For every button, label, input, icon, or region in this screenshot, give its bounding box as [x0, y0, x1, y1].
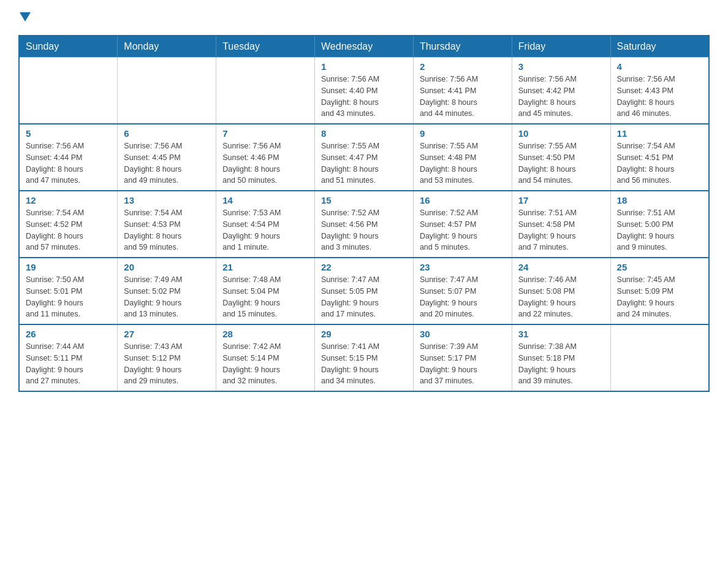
- calendar-cell: 31Sunrise: 7:38 AM Sunset: 5:18 PM Dayli…: [512, 324, 610, 391]
- day-info: Sunrise: 7:44 AM Sunset: 5:11 PM Dayligh…: [26, 341, 111, 387]
- calendar-week-row: 19Sunrise: 7:50 AM Sunset: 5:01 PM Dayli…: [19, 258, 709, 324]
- day-info: Sunrise: 7:41 AM Sunset: 5:15 PM Dayligh…: [321, 341, 407, 387]
- calendar-cell: [610, 324, 709, 391]
- day-number: 28: [222, 329, 308, 339]
- calendar-cell: 6Sunrise: 7:56 AM Sunset: 4:45 PM Daylig…: [118, 124, 216, 191]
- day-info: Sunrise: 7:52 AM Sunset: 4:56 PM Dayligh…: [321, 207, 407, 253]
- calendar-cell: 26Sunrise: 7:44 AM Sunset: 5:11 PM Dayli…: [19, 324, 118, 391]
- calendar-cell: 1Sunrise: 7:56 AM Sunset: 4:40 PM Daylig…: [315, 58, 414, 124]
- calendar-cell: 19Sunrise: 7:50 AM Sunset: 5:01 PM Dayli…: [19, 258, 118, 324]
- calendar-header-row: SundayMondayTuesdayWednesdayThursdayFrid…: [19, 36, 709, 58]
- day-number: 23: [420, 262, 506, 272]
- calendar-header-saturday: Saturday: [610, 36, 709, 58]
- day-number: 5: [26, 128, 111, 139]
- calendar-cell: 25Sunrise: 7:45 AM Sunset: 5:09 PM Dayli…: [610, 258, 709, 324]
- day-number: 31: [518, 329, 604, 339]
- calendar-cell: 21Sunrise: 7:48 AM Sunset: 5:04 PM Dayli…: [216, 258, 315, 324]
- day-number: 20: [124, 262, 210, 272]
- day-number: 30: [420, 329, 506, 339]
- calendar-header-tuesday: Tuesday: [216, 36, 315, 58]
- calendar-week-row: 5Sunrise: 7:56 AM Sunset: 4:44 PM Daylig…: [19, 124, 709, 191]
- day-info: Sunrise: 7:54 AM Sunset: 4:53 PM Dayligh…: [124, 207, 210, 253]
- calendar-cell: 29Sunrise: 7:41 AM Sunset: 5:15 PM Dayli…: [315, 324, 414, 391]
- calendar-cell: 16Sunrise: 7:52 AM Sunset: 4:57 PM Dayli…: [413, 191, 512, 258]
- calendar-cell: 11Sunrise: 7:54 AM Sunset: 4:51 PM Dayli…: [610, 124, 709, 191]
- calendar-cell: [19, 58, 118, 124]
- day-info: Sunrise: 7:56 AM Sunset: 4:41 PM Dayligh…: [420, 74, 506, 120]
- calendar-cell: 13Sunrise: 7:54 AM Sunset: 4:53 PM Dayli…: [118, 191, 216, 258]
- calendar-cell: 10Sunrise: 7:55 AM Sunset: 4:50 PM Dayli…: [512, 124, 610, 191]
- day-number: 8: [321, 128, 407, 139]
- day-info: Sunrise: 7:43 AM Sunset: 5:12 PM Dayligh…: [124, 341, 210, 387]
- day-info: Sunrise: 7:51 AM Sunset: 4:58 PM Dayligh…: [518, 207, 604, 253]
- logo-triangle-icon: [20, 12, 31, 21]
- day-info: Sunrise: 7:52 AM Sunset: 4:57 PM Dayligh…: [420, 207, 506, 253]
- calendar-cell: 8Sunrise: 7:55 AM Sunset: 4:47 PM Daylig…: [315, 124, 414, 191]
- day-number: 7: [222, 128, 308, 139]
- day-info: Sunrise: 7:47 AM Sunset: 5:05 PM Dayligh…: [321, 274, 407, 320]
- day-number: 1: [321, 61, 407, 72]
- calendar-cell: [118, 58, 216, 124]
- day-number: 15: [321, 195, 407, 205]
- calendar-week-row: 1Sunrise: 7:56 AM Sunset: 4:40 PM Daylig…: [19, 58, 709, 124]
- day-number: 27: [124, 329, 210, 339]
- day-number: 11: [617, 128, 702, 139]
- calendar-week-row: 26Sunrise: 7:44 AM Sunset: 5:11 PM Dayli…: [19, 324, 709, 391]
- day-info: Sunrise: 7:56 AM Sunset: 4:45 PM Dayligh…: [124, 140, 210, 186]
- day-info: Sunrise: 7:51 AM Sunset: 5:00 PM Dayligh…: [617, 207, 702, 253]
- calendar-cell: 5Sunrise: 7:56 AM Sunset: 4:44 PM Daylig…: [19, 124, 118, 191]
- day-number: 3: [518, 61, 604, 72]
- day-number: 6: [124, 128, 210, 139]
- day-number: 14: [222, 195, 308, 205]
- day-info: Sunrise: 7:47 AM Sunset: 5:07 PM Dayligh…: [420, 274, 506, 320]
- calendar-cell: 28Sunrise: 7:42 AM Sunset: 5:14 PM Dayli…: [216, 324, 315, 391]
- calendar-week-row: 12Sunrise: 7:54 AM Sunset: 4:52 PM Dayli…: [19, 191, 709, 258]
- calendar-cell: 12Sunrise: 7:54 AM Sunset: 4:52 PM Dayli…: [19, 191, 118, 258]
- calendar-cell: 22Sunrise: 7:47 AM Sunset: 5:05 PM Dayli…: [315, 258, 414, 324]
- calendar-cell: [216, 58, 315, 124]
- calendar-cell: 18Sunrise: 7:51 AM Sunset: 5:00 PM Dayli…: [610, 191, 709, 258]
- logo: [18, 12, 32, 23]
- calendar-header-friday: Friday: [512, 36, 610, 58]
- calendar-cell: 23Sunrise: 7:47 AM Sunset: 5:07 PM Dayli…: [413, 258, 512, 324]
- day-info: Sunrise: 7:55 AM Sunset: 4:47 PM Dayligh…: [321, 140, 407, 186]
- day-info: Sunrise: 7:38 AM Sunset: 5:18 PM Dayligh…: [518, 341, 604, 387]
- calendar-cell: 3Sunrise: 7:56 AM Sunset: 4:42 PM Daylig…: [512, 58, 610, 124]
- calendar-cell: 24Sunrise: 7:46 AM Sunset: 5:08 PM Dayli…: [512, 258, 610, 324]
- day-number: 18: [617, 195, 702, 205]
- calendar-cell: 14Sunrise: 7:53 AM Sunset: 4:54 PM Dayli…: [216, 191, 315, 258]
- day-number: 26: [26, 329, 111, 339]
- calendar-cell: 2Sunrise: 7:56 AM Sunset: 4:41 PM Daylig…: [413, 58, 512, 124]
- day-number: 13: [124, 195, 210, 205]
- day-info: Sunrise: 7:56 AM Sunset: 4:43 PM Dayligh…: [617, 74, 702, 120]
- header: [18, 12, 710, 23]
- day-number: 25: [617, 262, 702, 272]
- calendar-header-wednesday: Wednesday: [315, 36, 414, 58]
- day-info: Sunrise: 7:54 AM Sunset: 4:52 PM Dayligh…: [26, 207, 111, 253]
- calendar-cell: 20Sunrise: 7:49 AM Sunset: 5:02 PM Dayli…: [118, 258, 216, 324]
- day-info: Sunrise: 7:48 AM Sunset: 5:04 PM Dayligh…: [222, 274, 308, 320]
- day-number: 16: [420, 195, 506, 205]
- day-number: 24: [518, 262, 604, 272]
- calendar-cell: 15Sunrise: 7:52 AM Sunset: 4:56 PM Dayli…: [315, 191, 414, 258]
- day-info: Sunrise: 7:56 AM Sunset: 4:44 PM Dayligh…: [26, 140, 111, 186]
- calendar-cell: 4Sunrise: 7:56 AM Sunset: 4:43 PM Daylig…: [610, 58, 709, 124]
- day-number: 21: [222, 262, 308, 272]
- day-info: Sunrise: 7:39 AM Sunset: 5:17 PM Dayligh…: [420, 341, 506, 387]
- calendar-cell: 7Sunrise: 7:56 AM Sunset: 4:46 PM Daylig…: [216, 124, 315, 191]
- day-info: Sunrise: 7:55 AM Sunset: 4:50 PM Dayligh…: [518, 140, 604, 186]
- day-info: Sunrise: 7:49 AM Sunset: 5:02 PM Dayligh…: [124, 274, 210, 320]
- day-info: Sunrise: 7:55 AM Sunset: 4:48 PM Dayligh…: [420, 140, 506, 186]
- day-number: 19: [26, 262, 111, 272]
- day-info: Sunrise: 7:46 AM Sunset: 5:08 PM Dayligh…: [518, 274, 604, 320]
- calendar-cell: 17Sunrise: 7:51 AM Sunset: 4:58 PM Dayli…: [512, 191, 610, 258]
- calendar-table: SundayMondayTuesdayWednesdayThursdayFrid…: [18, 35, 710, 392]
- day-info: Sunrise: 7:54 AM Sunset: 4:51 PM Dayligh…: [617, 140, 702, 186]
- day-info: Sunrise: 7:56 AM Sunset: 4:46 PM Dayligh…: [222, 140, 308, 186]
- day-info: Sunrise: 7:56 AM Sunset: 4:42 PM Dayligh…: [518, 74, 604, 120]
- calendar-header-monday: Monday: [118, 36, 216, 58]
- day-number: 17: [518, 195, 604, 205]
- day-number: 4: [617, 61, 702, 72]
- day-info: Sunrise: 7:56 AM Sunset: 4:40 PM Dayligh…: [321, 74, 407, 120]
- calendar-cell: 30Sunrise: 7:39 AM Sunset: 5:17 PM Dayli…: [413, 324, 512, 391]
